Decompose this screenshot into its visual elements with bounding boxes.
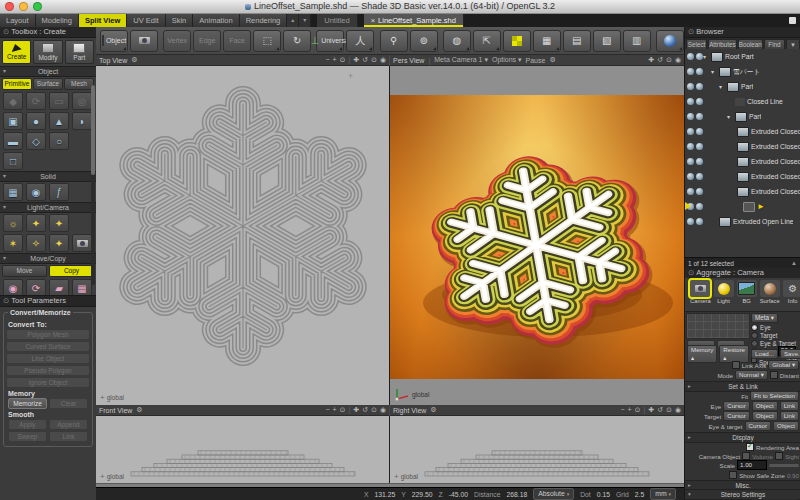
visibility-toggle[interactable] (687, 53, 694, 60)
visibility-toggle[interactable] (687, 83, 694, 90)
smooth-apply-button[interactable]: Apply (8, 419, 47, 430)
page-button[interactable]: ⇱ (473, 30, 501, 52)
workspace-tab[interactable]: Split View (79, 14, 127, 27)
link-axis-checkbox[interactable] (732, 361, 740, 369)
viewport-splitter-vertical[interactable] (389, 66, 390, 405)
primitive-tool[interactable]: ▲ (49, 112, 69, 130)
render-toggle[interactable] (696, 188, 703, 195)
top-viewport[interactable]: +global + (96, 66, 389, 405)
front-view-title[interactable]: Front View (99, 407, 132, 414)
zoom-menu-icon[interactable]: ⊙ (340, 56, 346, 64)
target-cursor-button[interactable]: Cursor (723, 411, 750, 421)
zoom-out-icon[interactable]: − (325, 406, 329, 414)
tree-item[interactable]: Extruded Open Line (685, 214, 800, 229)
browser-header[interactable]: ⊙Browser (685, 27, 800, 38)
workspace-tab[interactable]: Layout (0, 14, 36, 27)
unit-dropdown[interactable]: mm ▾ (650, 488, 676, 500)
wireframe-button[interactable]: ▦ (533, 30, 561, 52)
visibility-toggle[interactable] (687, 68, 694, 75)
vertex-mode-button[interactable]: Vertex (163, 30, 191, 52)
convert-button[interactable]: Curved Surface (6, 341, 90, 352)
target-link-button[interactable]: Link (780, 411, 799, 421)
clear-button[interactable]: Clear (49, 398, 88, 409)
camera-select-button[interactable] (130, 30, 158, 52)
visibility-toggle[interactable] (687, 113, 694, 120)
display-mode1-button[interactable]: ▤ (563, 30, 591, 52)
render-toggle[interactable] (696, 173, 703, 180)
rotate-tool-button[interactable]: ↻ (283, 30, 311, 52)
primitive-tool-disabled[interactable]: ◆ (3, 92, 23, 110)
part-mode-button[interactable]: Part (65, 40, 94, 64)
primitive-tool[interactable]: ● (26, 112, 46, 130)
primitive-tool[interactable]: ▬ (3, 132, 23, 150)
visibility-toggle[interactable] (687, 143, 694, 150)
aggregate-light[interactable]: Light (714, 280, 734, 304)
visibility-toggle[interactable] (687, 158, 694, 165)
render-toggle[interactable] (696, 83, 703, 90)
camera-tool[interactable] (72, 234, 92, 252)
zoom-in-icon[interactable]: + (332, 56, 336, 64)
scale-field[interactable]: 1.00 (737, 460, 767, 470)
world-button[interactable]: ◍ (443, 30, 471, 52)
expand-icon[interactable]: ▾ (719, 83, 725, 90)
orbit-icon[interactable]: ↺ (657, 56, 663, 64)
pan-icon[interactable]: ✚ (648, 56, 654, 64)
aggregate-camera[interactable]: Camera (690, 280, 711, 304)
gear-icon[interactable]: ⚙ (131, 56, 137, 64)
zoom-out-icon[interactable]: − (620, 406, 624, 414)
primitive-tool[interactable]: ◗ (72, 112, 92, 130)
display-mode2-button[interactable]: ▧ (593, 30, 621, 52)
eyetarget-object-button[interactable]: Object (773, 421, 799, 431)
tree-item[interactable]: Extruded Closed (685, 139, 800, 154)
visibility-toggle[interactable] (687, 128, 694, 135)
memorize-button[interactable]: Memorize (8, 398, 47, 409)
pause-button[interactable]: Pause (526, 57, 546, 64)
create-mode-button[interactable]: Create (2, 40, 31, 64)
zoom-in-icon[interactable]: + (627, 406, 631, 414)
orbit-icon[interactable]: ↺ (657, 406, 663, 414)
solid-tool[interactable]: ƒ (49, 183, 69, 201)
pers-view-title[interactable]: Pers View (393, 57, 424, 64)
light-tool[interactable]: ✦ (26, 214, 46, 232)
tab-overflow-up-button[interactable]: ▴ (287, 14, 299, 27)
workspace-tab[interactable]: Modeling (36, 14, 79, 27)
solid-tool[interactable]: ◉ (26, 183, 46, 201)
visibility-toggle[interactable] (687, 98, 694, 105)
primitive-tool[interactable]: ▣ (3, 112, 23, 130)
coordinate-mode-dropdown[interactable]: Absolute ▾ (533, 488, 574, 500)
workspace-tab[interactable]: UV Edit (127, 14, 165, 27)
sight-checkbox[interactable] (775, 452, 783, 460)
workspace-tab[interactable]: Skin (166, 14, 194, 27)
move-button[interactable]: Move (2, 265, 47, 277)
eye-object-button[interactable]: Object (752, 401, 778, 411)
render-toggle[interactable] (696, 98, 703, 105)
panel-toggle-icon[interactable] (789, 17, 796, 24)
copy-button[interactable]: Copy (49, 265, 94, 277)
eye-link-button[interactable]: Link (780, 401, 799, 411)
lamp-button[interactable]: ⊚ (410, 30, 438, 52)
gear-icon[interactable]: ⚙ (136, 406, 142, 414)
magnify-icon[interactable]: ⊙ (371, 406, 377, 414)
viewport-splitter-vertical2[interactable] (389, 416, 390, 483)
primitive-tool[interactable]: □ (3, 152, 23, 170)
load-button[interactable]: Load... (751, 349, 778, 359)
tab-mesh[interactable]: Mesh (64, 78, 94, 90)
pan-icon[interactable]: ✚ (353, 56, 359, 64)
link-axis-dropdown[interactable]: Global ▾ (768, 360, 799, 370)
zoom-in-icon[interactable]: + (332, 406, 336, 414)
modify-mode-button[interactable]: Modify (33, 40, 62, 64)
convert-button[interactable]: Pseudo Polygon (6, 365, 90, 376)
expand-icon[interactable]: ▾ (703, 53, 709, 60)
solid-tool[interactable]: ▦ (3, 183, 23, 201)
magnify-icon[interactable]: ⊙ (666, 56, 672, 64)
marquee-select-button[interactable]: ⬚ (253, 30, 281, 52)
expand-icon[interactable]: ▾ (727, 113, 733, 120)
distant-checkbox[interactable] (770, 371, 778, 379)
right-viewport[interactable]: +global (390, 416, 684, 483)
orbit-icon[interactable]: ↺ (362, 406, 368, 414)
zoom-menu-icon[interactable]: ⊙ (340, 406, 346, 414)
tab-surface[interactable]: Surface (33, 78, 63, 90)
render-toggle[interactable] (696, 113, 703, 120)
skeleton-button[interactable]: 人 (346, 30, 374, 52)
render-toggle[interactable] (696, 203, 703, 210)
